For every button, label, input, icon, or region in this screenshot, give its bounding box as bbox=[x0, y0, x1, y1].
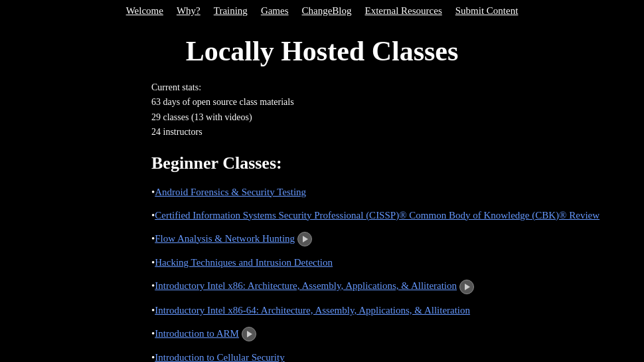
list-item: •Introductory Intel x86: Architecture, A… bbox=[151, 279, 644, 294]
class-link[interactable]: Android Forensics & Security Testing bbox=[155, 187, 306, 197]
list-item: •Certified Information Systems Security … bbox=[151, 209, 644, 223]
list-item: •Hacking Techniques and Intrusion Detect… bbox=[151, 256, 644, 270]
beginner-heading: Beginner Classes: bbox=[151, 153, 644, 173]
nav-item-welcome[interactable]: Welcome bbox=[126, 5, 163, 17]
stats-line: 24 instructors bbox=[151, 125, 644, 139]
stats-line: 29 classes (13 with videos) bbox=[151, 110, 644, 125]
video-play-icon[interactable] bbox=[297, 232, 312, 246]
current-stats: Current stats: 63 days of open source cl… bbox=[151, 80, 644, 140]
video-play-icon[interactable] bbox=[459, 280, 474, 294]
nav-item-changeblog[interactable]: ChangeBlog bbox=[302, 5, 352, 17]
nav-item-games[interactable]: Games bbox=[261, 5, 289, 17]
class-link[interactable]: Flow Analysis & Network Hunting bbox=[155, 233, 295, 244]
class-link[interactable]: Introduction to ARM bbox=[155, 328, 239, 339]
stats-line: 63 days of open source class materials bbox=[151, 95, 644, 110]
beginner-class-list: •Android Forensics & Security Testing•Ce… bbox=[151, 185, 644, 362]
main-nav: WelcomeWhy?TrainingGamesChangeBlogExtern… bbox=[0, 0, 644, 22]
class-link[interactable]: Introductory Intel x86: Architecture, As… bbox=[155, 280, 457, 291]
class-link[interactable]: Introduction to Cellular Security bbox=[155, 352, 284, 362]
nav-item-submit-content[interactable]: Submit Content bbox=[455, 5, 519, 17]
stats-label: Current stats: bbox=[151, 80, 644, 95]
list-item: •Introductory Intel x86-64: Architecture… bbox=[151, 304, 644, 317]
class-link[interactable]: Introductory Intel x86-64: Architecture,… bbox=[155, 305, 470, 316]
nav-item-external-resources[interactable]: External Resources bbox=[365, 5, 442, 17]
class-link[interactable]: Certified Information Systems Security P… bbox=[155, 210, 600, 221]
list-item: •Flow Analysis & Network Hunting bbox=[151, 232, 644, 247]
nav-item-training[interactable]: Training bbox=[214, 5, 248, 17]
class-link[interactable]: Hacking Techniques and Intrusion Detecti… bbox=[155, 257, 333, 268]
list-item: •Introduction to Cellular Security bbox=[151, 351, 644, 362]
main-content: Current stats: 63 days of open source cl… bbox=[0, 80, 644, 362]
video-play-icon[interactable] bbox=[242, 327, 256, 341]
nav-item-why-[interactable]: Why? bbox=[177, 5, 201, 17]
list-item: •Android Forensics & Security Testing bbox=[151, 185, 644, 199]
page-title: Locally Hosted Classes bbox=[0, 35, 644, 67]
list-item: •Introduction to ARM bbox=[151, 327, 644, 342]
